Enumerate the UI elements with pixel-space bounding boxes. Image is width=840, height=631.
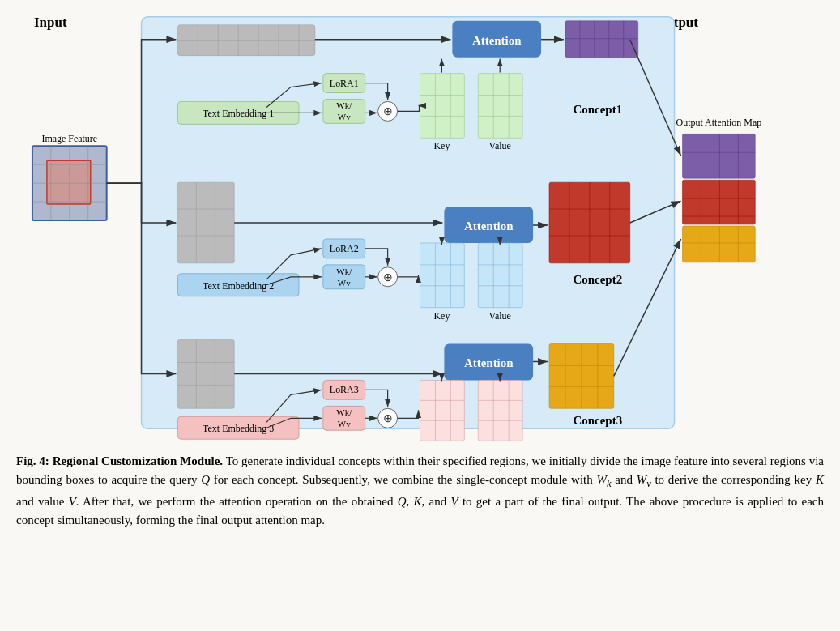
key-grid-2 xyxy=(420,243,465,308)
plus-symbol-1: ⊕ xyxy=(383,104,393,117)
svg-rect-83 xyxy=(683,226,756,262)
svg-rect-61 xyxy=(478,380,522,441)
output-attn-red xyxy=(683,180,756,224)
plus-symbol-3: ⊕ xyxy=(383,411,393,424)
wkwv1-label-1: Wk/ xyxy=(336,100,352,110)
output-attn-purple xyxy=(683,134,756,178)
query-bar-top xyxy=(177,25,314,56)
wkwv3-label-1: Wk/ xyxy=(336,407,352,417)
query-grid-3 xyxy=(177,340,234,409)
concept1-label: Concept1 xyxy=(574,103,623,116)
key-label-3: Key xyxy=(433,444,450,446)
key-label-2: Key xyxy=(433,310,450,322)
lora2-label: LoRA2 xyxy=(330,243,359,254)
wkwv1-label-2: Wv xyxy=(338,112,351,122)
attention-label-2: Attention xyxy=(464,220,514,232)
image-feature-inner xyxy=(47,160,91,204)
output-attn-yellow xyxy=(683,226,756,262)
svg-rect-72 xyxy=(683,134,756,178)
key-grid-3 xyxy=(420,380,465,441)
value-grid-2 xyxy=(478,243,522,308)
svg-rect-51 xyxy=(177,340,234,409)
key-grid-1 xyxy=(420,74,465,139)
caption-fig-title: Regional Customization Module. xyxy=(49,454,223,467)
query-grid-2 xyxy=(177,182,234,263)
image-feature-label: Image Feature xyxy=(41,133,97,144)
value-grid-1 xyxy=(478,74,522,139)
svg-rect-14 xyxy=(565,21,638,58)
concept2-label: Concept2 xyxy=(574,273,623,286)
attention-label-3: Attention xyxy=(464,356,514,369)
wkwv2-label-1: Wk/ xyxy=(336,266,352,276)
output-grid-purple xyxy=(565,21,638,58)
value-label-1: Value xyxy=(489,140,511,151)
concept3-yellow-grid xyxy=(549,344,614,409)
figure-caption: Fig. 4: Regional Customization Module. T… xyxy=(16,452,824,530)
svg-rect-20 xyxy=(420,74,465,139)
svg-rect-40 xyxy=(478,243,522,308)
value-grid-3 xyxy=(478,380,522,441)
output-attn-label-1: Output Attention Map xyxy=(676,117,762,128)
svg-rect-25 xyxy=(478,74,522,139)
svg-rect-30 xyxy=(177,182,234,263)
caption-fig-label: Fig. 4: xyxy=(16,454,49,467)
svg-rect-56 xyxy=(420,380,465,441)
lora3-label: LoRA3 xyxy=(330,384,359,395)
value-label-2: Value xyxy=(489,310,511,322)
text-emb-1-label: Text Embedding 1 xyxy=(203,108,274,119)
svg-rect-77 xyxy=(683,180,756,224)
wkwv2-label-2: Wv xyxy=(338,278,351,288)
diagram-area: Input Output Image Feature xyxy=(16,8,824,446)
text-emb-3-label: Text Embedding 3 xyxy=(203,423,274,434)
key-label-1: Key xyxy=(433,140,450,151)
value-label-3: Value xyxy=(489,444,511,446)
plus-symbol-2: ⊕ xyxy=(383,271,393,284)
concept2-red-grid xyxy=(549,182,630,263)
attention-label-1: Attention xyxy=(472,34,522,47)
lora1-label: LoRA1 xyxy=(330,78,359,89)
concept3-label: Concept3 xyxy=(574,414,623,427)
text-emb-2-label: Text Embedding 2 xyxy=(203,280,274,292)
svg-rect-35 xyxy=(420,243,465,308)
diagram-svg: Image Feature Attention xyxy=(16,8,824,446)
wkwv3-label-2: Wv xyxy=(338,419,351,428)
